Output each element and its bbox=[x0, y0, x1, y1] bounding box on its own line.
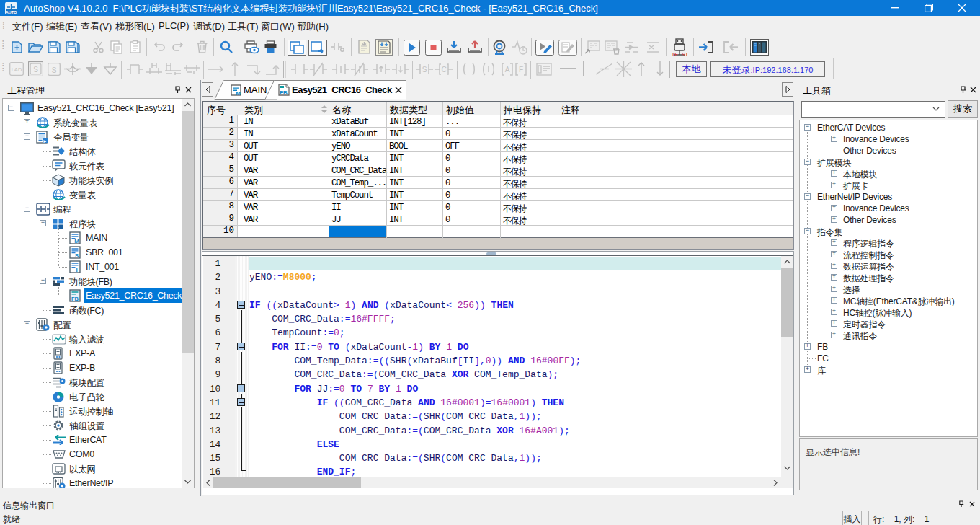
svg-text:M: M bbox=[236, 90, 241, 96]
svg-text:I: I bbox=[76, 267, 77, 273]
svg-text:S: S bbox=[33, 66, 38, 74]
svg-text:A: A bbox=[505, 66, 510, 74]
svg-text:F: F bbox=[519, 66, 523, 74]
svg-text:ST: ST bbox=[682, 52, 688, 57]
svg-text:FB: FB bbox=[71, 296, 79, 302]
svg-text:S: S bbox=[52, 66, 57, 74]
svg-text:TE: TE bbox=[672, 52, 678, 57]
svg-text:C: C bbox=[441, 66, 446, 74]
svg-text:M: M bbox=[74, 238, 79, 244]
svg-text:S: S bbox=[422, 66, 427, 74]
svg-text:FB: FB bbox=[280, 89, 288, 96]
svg-text:LAD: LAD bbox=[12, 66, 22, 73]
svg-text:S: S bbox=[75, 252, 79, 259]
svg-text:AUTO: AUTO bbox=[6, 10, 17, 14]
